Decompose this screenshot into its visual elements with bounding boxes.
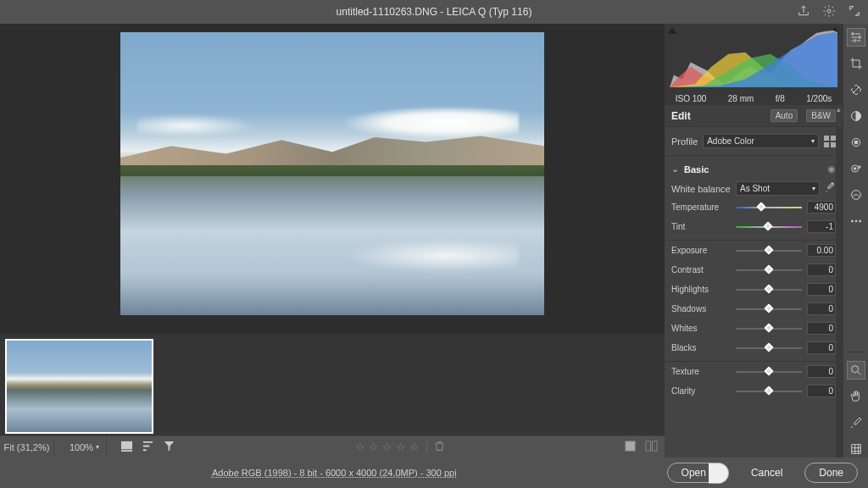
svg-point-17 bbox=[854, 168, 856, 170]
mask-tool-icon[interactable] bbox=[848, 108, 865, 125]
svg-point-19 bbox=[851, 220, 853, 222]
exposure-label: Exposure bbox=[671, 246, 731, 255]
svg-point-20 bbox=[855, 220, 857, 222]
texture-label: Texture bbox=[671, 367, 731, 376]
tint-value[interactable] bbox=[807, 220, 836, 233]
texture-value[interactable] bbox=[807, 365, 836, 378]
histogram[interactable]: ISO 100 28 mm f/8 1/200s bbox=[665, 24, 843, 105]
settings-icon[interactable] bbox=[822, 4, 836, 19]
clarity-slider[interactable] bbox=[736, 386, 802, 396]
exposure-value[interactable] bbox=[807, 244, 836, 257]
sort-icon[interactable] bbox=[142, 440, 154, 454]
exif-shutter: 1/200s bbox=[806, 94, 832, 103]
whites-value[interactable] bbox=[807, 322, 836, 335]
svg-point-11 bbox=[858, 36, 860, 39]
sampler-tool-icon[interactable] bbox=[848, 414, 865, 431]
star-icon[interactable]: ☆ bbox=[369, 441, 379, 453]
preview-image bbox=[120, 32, 544, 315]
profile-label: Profile bbox=[671, 136, 698, 147]
highlights-slider[interactable] bbox=[736, 285, 802, 295]
svg-rect-4 bbox=[646, 441, 651, 451]
grid-tool-icon[interactable] bbox=[848, 441, 865, 458]
shadows-value[interactable] bbox=[807, 302, 836, 315]
clarity-label: Clarity bbox=[671, 386, 731, 396]
blacks-value[interactable] bbox=[807, 341, 836, 354]
profile-select[interactable]: Adobe Color▾ bbox=[703, 134, 819, 148]
single-view-icon[interactable] bbox=[624, 440, 637, 454]
exposure-slider[interactable] bbox=[736, 246, 802, 256]
white-balance-select[interactable]: As Shot▾ bbox=[736, 181, 820, 196]
tint-slider[interactable] bbox=[736, 222, 802, 232]
redeye-plus-icon[interactable] bbox=[848, 160, 865, 177]
clarity-value[interactable] bbox=[807, 385, 836, 397]
status-bar: Fit (31,2%) 100% ▾ ☆ ☆ ☆ ☆ ☆ bbox=[0, 435, 665, 458]
star-icon[interactable]: ☆ bbox=[382, 441, 392, 453]
svg-point-12 bbox=[854, 40, 856, 42]
contrast-slider[interactable] bbox=[736, 265, 802, 275]
contrast-label: Contrast bbox=[671, 265, 731, 274]
panel-scrollbar[interactable] bbox=[837, 160, 842, 211]
temperature-value[interactable] bbox=[807, 201, 836, 214]
svg-rect-8 bbox=[824, 142, 829, 147]
zoom-dropdown[interactable]: 100% ▾ bbox=[63, 436, 107, 458]
zoom-fit-button[interactable]: Fit (31,2%) bbox=[0, 436, 54, 458]
temperature-slider[interactable] bbox=[736, 202, 802, 213]
svg-point-0 bbox=[827, 9, 831, 13]
filmstrip-thumbnail[interactable] bbox=[5, 339, 153, 434]
svg-rect-1 bbox=[121, 441, 132, 449]
whites-slider[interactable] bbox=[736, 324, 802, 334]
document-title: untitled-1110263.DNG - LEICA Q (Typ 116) bbox=[337, 6, 532, 18]
star-icon[interactable]: ☆ bbox=[355, 441, 365, 453]
white-balance-label: White balance bbox=[671, 184, 731, 194]
done-button[interactable]: Done bbox=[804, 463, 858, 483]
star-icon[interactable]: ☆ bbox=[396, 441, 406, 453]
svg-rect-9 bbox=[831, 142, 836, 147]
export-icon[interactable] bbox=[797, 4, 810, 19]
edit-tool-icon[interactable] bbox=[848, 29, 865, 46]
texture-slider[interactable] bbox=[736, 367, 802, 377]
svg-rect-2 bbox=[121, 450, 132, 452]
star-icon[interactable]: ☆ bbox=[409, 441, 420, 453]
shadows-slider[interactable] bbox=[736, 304, 802, 314]
bw-button[interactable]: B&W bbox=[806, 109, 836, 122]
healing-tool-icon[interactable] bbox=[848, 81, 865, 98]
contrast-value[interactable] bbox=[807, 263, 836, 276]
edit-panel: ISO 100 28 mm f/8 1/200s Edit Auto B&W ▴… bbox=[665, 24, 843, 458]
trash-icon[interactable] bbox=[434, 441, 445, 454]
edit-panel-title: Edit bbox=[671, 110, 691, 122]
whites-label: Whites bbox=[671, 324, 731, 333]
auto-button[interactable]: Auto bbox=[771, 109, 798, 122]
open-dropdown-button[interactable]: ⌄ bbox=[709, 463, 729, 484]
cancel-button[interactable]: Cancel bbox=[737, 463, 796, 482]
chevron-down-icon[interactable]: ⌄ bbox=[671, 164, 679, 175]
panel-scroll-up-icon[interactable]: ▴ bbox=[837, 105, 841, 114]
tool-strip bbox=[843, 24, 868, 458]
shadows-label: Shadows bbox=[671, 304, 731, 313]
visibility-icon[interactable]: ◉ bbox=[827, 164, 836, 175]
highlights-value[interactable] bbox=[807, 283, 836, 296]
blacks-slider[interactable] bbox=[736, 343, 802, 353]
image-canvas[interactable] bbox=[0, 24, 665, 334]
exif-iso: ISO 100 bbox=[676, 94, 707, 103]
blacks-label: Blacks bbox=[671, 343, 731, 352]
hand-tool-icon[interactable] bbox=[848, 388, 865, 405]
svg-point-10 bbox=[851, 33, 854, 36]
grid-view-icon[interactable] bbox=[120, 440, 133, 454]
tint-label: Tint bbox=[671, 222, 731, 231]
fullscreen-toggle-icon[interactable] bbox=[848, 4, 861, 19]
eyedropper-icon[interactable] bbox=[825, 182, 836, 195]
svg-point-15 bbox=[854, 141, 858, 144]
filter-icon[interactable] bbox=[163, 440, 175, 454]
gradient-tool-icon[interactable] bbox=[848, 186, 865, 203]
profile-browser-icon[interactable] bbox=[824, 136, 836, 147]
footer-bar: Adobe RGB (1998) - 8 bit - 6000 x 4000 (… bbox=[0, 458, 868, 488]
rating-stars[interactable]: ☆ ☆ ☆ ☆ ☆ bbox=[355, 441, 445, 454]
compare-view-icon[interactable] bbox=[645, 440, 658, 454]
file-info[interactable]: Adobe RGB (1998) - 8 bit - 6000 x 4000 (… bbox=[10, 468, 659, 478]
redeye-tool-icon[interactable] bbox=[848, 134, 865, 151]
zoom-tool-icon[interactable] bbox=[848, 362, 865, 379]
crop-tool-icon[interactable] bbox=[848, 55, 865, 72]
highlights-label: Highlights bbox=[671, 285, 731, 294]
svg-point-22 bbox=[851, 366, 858, 373]
more-icon[interactable] bbox=[848, 213, 865, 230]
